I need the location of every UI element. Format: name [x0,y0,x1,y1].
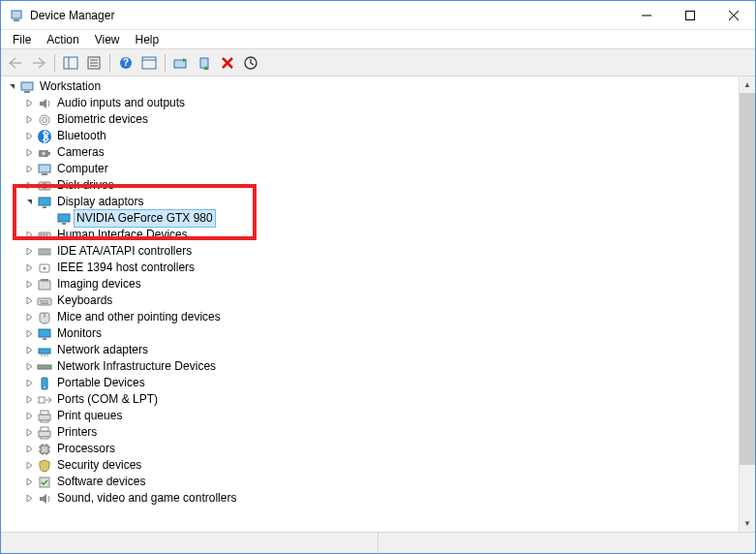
tree-item[interactable]: Mice and other pointing devices [1,309,739,325]
tree-expander[interactable] [22,327,36,341]
menu-view[interactable]: View [87,31,128,48]
minimize-button[interactable] [624,1,668,29]
scroll-down-button[interactable]: ▼ [740,515,755,532]
svg-rect-3 [685,11,694,19]
svg-rect-36 [62,223,66,225]
tree-expander[interactable] [22,344,36,357]
tree-expander[interactable] [22,196,36,209]
svg-rect-39 [44,233,45,235]
enable-device-button[interactable] [194,52,215,74]
tree-expander[interactable] [22,443,36,456]
tree-item[interactable]: Processors [1,441,739,457]
tree-expander[interactable] [22,113,36,127]
nav-forward-button[interactable] [28,52,49,74]
menu-action[interactable]: Action [39,31,86,48]
tree-item[interactable]: Security devices [1,457,739,474]
tree-item[interactable]: Cameras [1,144,739,161]
update-driver-button[interactable] [170,52,192,74]
tree-item[interactable]: Print queues [1,408,739,424]
tree-item-label: Printers [55,424,99,441]
status-cell [1,533,378,553]
tree-item[interactable]: Software devices [1,474,739,490]
tree-expander[interactable] [22,476,36,489]
close-button[interactable] [711,1,755,29]
imaging-icon [37,277,52,292]
tree-item-label: Audio inputs and outputs [55,95,187,111]
tree-item[interactable]: Portable Devices [1,375,739,391]
tree-item-label: Software devices [55,474,147,490]
tree-item[interactable]: Computer [1,161,739,177]
tree-expander[interactable] [22,459,36,473]
tree-item-label: Human Interface Devices [55,227,190,243]
tree-item[interactable]: Sound, video and game controllers [1,490,739,507]
tree-item[interactable]: Keyboards [1,292,739,309]
scan-hardware-button[interactable] [240,52,261,74]
tree-item[interactable]: Printers [1,424,739,441]
tree-expander[interactable] [22,229,36,242]
tree-expander[interactable] [22,179,36,193]
tree-expander[interactable] [22,163,36,176]
tree-item[interactable]: Network adapters [1,342,739,358]
tree-expander[interactable] [22,130,36,143]
security-icon [37,458,52,474]
tree-item-label: Monitors [55,325,104,342]
show-hide-tree-button[interactable] [60,52,81,74]
tree-expander[interactable] [22,377,36,390]
menu-help[interactable]: Help [128,31,167,48]
scroll-thumb[interactable] [740,93,755,465]
tree-item[interactable]: IDE ATA/ATAPI controllers [1,243,739,260]
tree-expander[interactable] [22,294,36,308]
tree-expander[interactable] [22,245,36,259]
tree-item[interactable]: IEEE 1394 host controllers [1,260,739,276]
tree-item[interactable]: Audio inputs and outputs [1,95,739,111]
scroll-up-button[interactable]: ▲ [740,77,755,93]
tree-expander[interactable] [22,393,36,407]
tree-subitem[interactable]: NVIDIA GeForce GTX 980 [1,210,739,227]
tree-item[interactable]: Ports (COM & LPT) [1,391,739,408]
tree-item-label: Keyboards [55,292,114,309]
tree-item[interactable]: Bluetooth [1,128,739,144]
tree-root[interactable]: Workstation [1,78,739,95]
maximize-button[interactable] [668,1,711,29]
svg-point-65 [40,366,42,368]
device-tree-pane: WorkstationAudio inputs and outputsBiome… [1,77,755,532]
scroll-track[interactable] [740,93,755,515]
tree-expander[interactable] [22,426,36,440]
tree-item-label: NVIDIA GeForce GTX 980 [75,210,215,227]
tree-item-label: Disk drives [55,177,116,194]
camera-icon [37,145,52,161]
app-icon [9,8,24,23]
help-button[interactable]: ? [115,52,136,74]
tree-expander[interactable] [22,492,36,506]
svg-rect-22 [24,91,30,93]
tree-item[interactable]: Disk drives [1,177,739,194]
tree-expander[interactable] [22,262,36,275]
tree-item[interactable]: Imaging devices [1,276,739,292]
svg-rect-59 [43,338,46,340]
tree-expander[interactable] [22,97,36,110]
tree-item[interactable]: Display adaptors [1,194,739,210]
tree-expander[interactable] [5,80,18,94]
vertical-scrollbar[interactable]: ▲ ▼ [739,77,755,532]
uninstall-device-button[interactable] [217,52,238,74]
display-icon [37,195,52,210]
properties-button[interactable] [83,52,105,74]
svg-rect-53 [43,300,45,302]
tree-expander[interactable] [22,278,36,292]
tree-item-label: IEEE 1394 host controllers [55,260,197,276]
tree-expander[interactable] [22,311,36,324]
tree-expander[interactable] [22,410,36,423]
tree-item-label: Computer [55,161,110,177]
nav-back-button[interactable] [5,52,26,74]
tree-expander[interactable] [22,146,36,160]
device-tree[interactable]: WorkstationAudio inputs and outputsBiome… [1,77,739,532]
tree-expander[interactable] [22,360,36,374]
ports-icon [37,392,52,408]
tree-item[interactable]: Monitors [1,325,739,342]
printqueue-icon [37,409,52,424]
properties2-button[interactable] [138,52,160,74]
tree-item[interactable]: Biometric devices [1,111,739,128]
menu-file[interactable]: File [5,31,39,48]
tree-item[interactable]: Human Interface Devices [1,227,739,243]
tree-item[interactable]: Network Infrastructure Devices [1,358,739,375]
